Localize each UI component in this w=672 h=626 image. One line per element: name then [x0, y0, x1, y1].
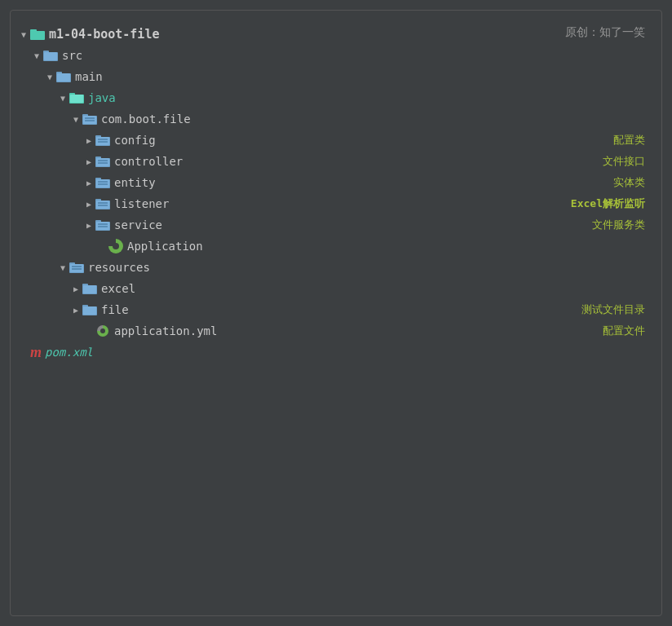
- application-yml-label: application.yml: [114, 324, 603, 337]
- arrow-excel: [69, 282, 82, 295]
- arrow-listener: [82, 197, 95, 210]
- tree-item-service[interactable]: service 文件服务类: [11, 214, 661, 236]
- arrow-resources: [56, 261, 69, 274]
- arrow-service: [82, 218, 95, 231]
- arrow-main: [43, 70, 56, 83]
- arrow-root: [17, 28, 30, 41]
- svg-rect-3: [31, 31, 44, 39]
- svg-rect-9: [57, 73, 70, 82]
- config-comment: 配置类: [613, 133, 645, 148]
- svg-rect-6: [44, 52, 57, 60]
- svg-rect-22: [98, 141, 108, 143]
- entity-label: entity: [114, 176, 613, 189]
- tree-item-src[interactable]: src: [11, 45, 661, 66]
- folder-entity-icon: [95, 177, 110, 188]
- tree-item-file[interactable]: file 测试文件目录: [11, 299, 661, 320]
- tree-item-java[interactable]: java: [11, 87, 661, 108]
- svg-rect-36: [98, 202, 108, 204]
- folder-service-icon: [95, 219, 110, 231]
- folder-file-icon: [82, 304, 97, 315]
- listener-comment: Excel解析监听: [571, 196, 645, 211]
- src-label: src: [62, 49, 661, 62]
- project-panel: 原创：知了一笑 m1-04-boot-file: [10, 10, 662, 616]
- folder-src-icon: [43, 50, 58, 61]
- svg-rect-21: [98, 139, 108, 140]
- folder-package-icon: [82, 113, 97, 125]
- arrow-entity: [82, 176, 95, 189]
- folder-resources-icon: [69, 262, 84, 273]
- excel-label: excel: [101, 282, 634, 295]
- arrow-file: [69, 303, 82, 316]
- folder-java-icon: [69, 92, 84, 104]
- svg-rect-37: [98, 205, 108, 206]
- listener-label: listener: [114, 197, 571, 210]
- svg-rect-26: [98, 160, 108, 161]
- tree-item-controller[interactable]: controller 文件接口: [11, 151, 661, 172]
- svg-rect-31: [98, 181, 108, 183]
- arrow-com-boot-file: [69, 112, 82, 126]
- svg-rect-42: [98, 226, 108, 227]
- tree-item-entity[interactable]: entity 实体类: [11, 172, 661, 193]
- file-label: file: [101, 303, 581, 316]
- yaml-icon: [95, 324, 110, 338]
- svg-rect-45: [70, 264, 83, 272]
- yml-comment: 配置文件: [603, 324, 645, 338]
- tree-item-root[interactable]: m1-04-boot-file: [11, 24, 661, 45]
- tree-item-application-yml[interactable]: application.yml 配置文件: [11, 320, 661, 342]
- arrow-config: [82, 134, 95, 147]
- root-label: m1-04-boot-file: [49, 27, 661, 42]
- tree-item-config[interactable]: config 配置类: [11, 130, 661, 151]
- file-comment: 测试文件目录: [581, 302, 645, 317]
- java-label: java: [88, 91, 661, 104]
- svg-rect-32: [98, 183, 108, 185]
- tree-item-excel[interactable]: excel: [11, 278, 661, 299]
- spring-boot-icon: [108, 239, 123, 253]
- tree-item-application[interactable]: Application: [11, 236, 661, 257]
- folder-config-icon: [95, 134, 110, 146]
- svg-rect-41: [98, 223, 108, 225]
- controller-comment: 文件接口: [603, 154, 645, 169]
- arrow-pom: [17, 346, 30, 359]
- svg-rect-50: [83, 285, 96, 293]
- entity-comment: 实体类: [613, 175, 645, 190]
- pom-label: pom.xml: [45, 346, 93, 359]
- tree-item-main[interactable]: main: [11, 66, 661, 87]
- arrow-src: [30, 49, 43, 62]
- maven-icon: m: [30, 344, 42, 361]
- file-tree: m1-04-boot-file src: [11, 24, 661, 363]
- folder-main-icon: [56, 71, 71, 82]
- arrow-application: [95, 240, 108, 253]
- application-label: Application: [127, 240, 661, 253]
- folder-excel-icon: [82, 283, 97, 294]
- arrow-yml: [82, 324, 95, 337]
- com-boot-file-label: com.boot.file: [101, 112, 661, 126]
- tree-item-pom[interactable]: m pom.xml: [11, 342, 661, 363]
- svg-rect-17: [85, 120, 95, 121]
- svg-rect-12: [70, 95, 83, 103]
- folder-root-icon: [30, 29, 45, 40]
- svg-rect-27: [98, 162, 108, 164]
- svg-rect-16: [85, 117, 95, 119]
- folder-listener-icon: [95, 198, 110, 209]
- service-comment: 文件服务类: [592, 218, 645, 232]
- config-label: config: [114, 134, 613, 147]
- resources-label: resources: [88, 261, 661, 274]
- arrow-java: [56, 91, 69, 104]
- arrow-controller: [82, 155, 95, 168]
- main-label: main: [75, 70, 661, 83]
- tree-item-com-boot-file[interactable]: com.boot.file: [11, 108, 661, 130]
- service-label: service: [114, 218, 592, 231]
- tree-item-resources[interactable]: resources: [11, 257, 661, 278]
- controller-label: controller: [114, 155, 603, 168]
- svg-rect-53: [83, 306, 96, 315]
- tree-item-listener[interactable]: listener Excel解析监听: [11, 193, 661, 214]
- folder-controller-icon: [95, 156, 110, 167]
